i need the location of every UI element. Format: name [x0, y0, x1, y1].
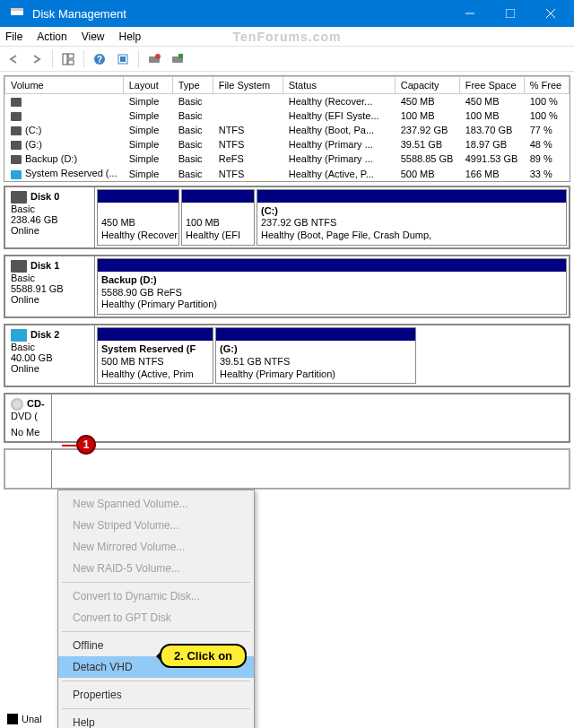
- disk-type: Basic: [11, 273, 89, 283]
- col-type[interactable]: Type: [172, 77, 213, 94]
- ctx-new-raid5[interactable]: New RAID-5 Volume...: [58, 558, 254, 579]
- partition[interactable]: Backup (D:)5588.90 GB ReFSHealthy (Prima…: [97, 258, 567, 315]
- disk-header-2[interactable]: Disk 2 Basic 40.00 GB Online: [5, 325, 95, 386]
- menu-file[interactable]: File: [5, 30, 22, 43]
- col-freespace[interactable]: Free Space: [459, 77, 524, 94]
- partition[interactable]: 450 MBHealthy (Recover: [97, 189, 179, 246]
- disk-title: Disk 0: [30, 191, 59, 202]
- svg-rect-16: [178, 54, 183, 58]
- svg-text:?: ?: [97, 55, 102, 65]
- legend-label: Unal: [22, 714, 42, 724]
- volume-row[interactable]: System Reserved (...SimpleBasicNTFSHealt…: [5, 166, 570, 180]
- toolbar: ?: [0, 47, 574, 72]
- ctx-new-spanned[interactable]: New Spanned Volume...: [58, 493, 254, 515]
- disk-header-0[interactable]: Disk 0 Basic 238.46 GB Online: [5, 187, 95, 247]
- svg-rect-8: [68, 60, 74, 65]
- ctx-new-mirrored[interactable]: New Mirrored Volume...: [58, 536, 254, 558]
- title-bar: Disk Management: [0, 0, 574, 27]
- ctx-help[interactable]: Help: [58, 712, 254, 728]
- col-capacity[interactable]: Capacity: [395, 77, 459, 94]
- refresh-button[interactable]: [113, 49, 133, 69]
- volume-row[interactable]: (C:)SimpleBasicNTFSHealthy (Boot, Pa...2…: [5, 123, 570, 137]
- disk-size: 238.46 GB: [11, 214, 89, 225]
- col-status[interactable]: Status: [283, 77, 395, 94]
- disk-state: Online: [11, 294, 89, 305]
- volume-row[interactable]: (G:)SimpleBasicNTFSHealthy (Primary ...3…: [5, 137, 570, 152]
- action-button-1[interactable]: [144, 49, 164, 69]
- disk-title: CD-: [27, 398, 45, 409]
- volume-table: Volume Layout Type File System Status Ca…: [4, 76, 570, 181]
- close-button[interactable]: [530, 0, 570, 27]
- col-layout[interactable]: Layout: [123, 77, 172, 94]
- annotation-step-1: 1: [76, 435, 96, 455]
- view-layout-button[interactable]: [58, 49, 78, 69]
- annotation-step-2: 2. Click on: [160, 644, 247, 668]
- menu-view[interactable]: View: [82, 30, 105, 43]
- window-title: Disk Management: [32, 7, 449, 21]
- col-pctfree[interactable]: % Free: [524, 77, 569, 94]
- disk-row-2[interactable]: Disk 2 Basic 40.00 GB Online System Rese…: [4, 324, 570, 387]
- svg-rect-3: [506, 9, 515, 18]
- partition[interactable]: 100 MBHealthy (EFI: [181, 189, 255, 246]
- disk-state: Online: [11, 363, 89, 374]
- watermark: TenForums.com: [233, 30, 342, 44]
- legend-swatch-icon: [7, 714, 18, 724]
- ctx-convert-gpt[interactable]: Convert to GPT Disk: [58, 607, 254, 628]
- disk-size: 40.00 GB: [11, 352, 89, 363]
- svg-rect-6: [63, 54, 67, 65]
- ctx-new-striped[interactable]: New Striped Volume...: [58, 515, 254, 536]
- no-media-label: No Me: [11, 427, 46, 438]
- menu-bar: File Action View Help TenForums.com: [0, 27, 574, 47]
- svg-point-14: [155, 54, 161, 59]
- context-menu: New Spanned Volume... New Striped Volume…: [57, 490, 255, 728]
- empty-row: [4, 448, 570, 490]
- svg-rect-1: [11, 8, 23, 11]
- disk-type: Basic: [11, 342, 89, 352]
- maximize-button[interactable]: [490, 0, 530, 27]
- back-button[interactable]: [4, 49, 23, 69]
- svg-rect-12: [120, 56, 126, 62]
- disk-state: Online: [11, 225, 89, 236]
- minimize-button[interactable]: [449, 0, 490, 27]
- col-filesystem[interactable]: File System: [213, 77, 283, 94]
- legend-unallocated: Unal: [7, 714, 42, 724]
- menu-help[interactable]: Help: [119, 30, 142, 43]
- disk-size: 5588.91 GB: [11, 283, 89, 294]
- help-button[interactable]: ?: [90, 49, 109, 69]
- partition[interactable]: (C:)237.92 GB NTFSHealthy (Boot, Page Fi…: [257, 189, 567, 246]
- disk-title: Disk 1: [30, 260, 59, 271]
- cd-icon: [11, 398, 23, 411]
- disk-icon: [11, 191, 27, 204]
- cdrom-header[interactable]: CD- DVD ( No Me: [5, 394, 52, 441]
- col-volume[interactable]: Volume: [5, 77, 124, 94]
- disk-row-1[interactable]: Disk 1 Basic 5588.91 GB Online Backup (D…: [4, 255, 570, 318]
- disk-icon: [11, 329, 27, 342]
- volume-row[interactable]: SimpleBasicHealthy (EFI Syste...100 MB10…: [5, 108, 570, 123]
- volume-row[interactable]: SimpleBasicHealthy (Recover...450 MB450 …: [5, 94, 570, 109]
- menu-action[interactable]: Action: [37, 30, 66, 43]
- partition[interactable]: (G:)39.51 GB NTFSHealthy (Primary Partit…: [215, 327, 416, 384]
- app-icon: [9, 4, 27, 22]
- disk-row-0[interactable]: Disk 0 Basic 238.46 GB Online 450 MBHeal…: [4, 186, 570, 249]
- disk-type: Basic: [11, 204, 89, 214]
- disk-icon: [11, 260, 27, 273]
- ctx-properties[interactable]: Properties: [58, 684, 254, 706]
- ctx-convert-dynamic[interactable]: Convert to Dynamic Disk...: [58, 585, 254, 607]
- volume-row[interactable]: Backup (D:)SimpleBasicReFSHealthy (Prima…: [5, 152, 570, 166]
- disk-type: DVD (: [11, 411, 46, 421]
- partition[interactable]: System Reserved (F500 MB NTFSHealthy (Ac…: [97, 327, 213, 384]
- svg-rect-7: [68, 54, 74, 58]
- action-button-2[interactable]: [168, 49, 187, 69]
- disk-title: Disk 2: [30, 329, 59, 340]
- forward-button[interactable]: [27, 49, 47, 69]
- disk-header-1[interactable]: Disk 1 Basic 5588.91 GB Online: [5, 256, 95, 316]
- volume-list-panel: Volume Layout Type File System Status Ca…: [4, 75, 570, 182]
